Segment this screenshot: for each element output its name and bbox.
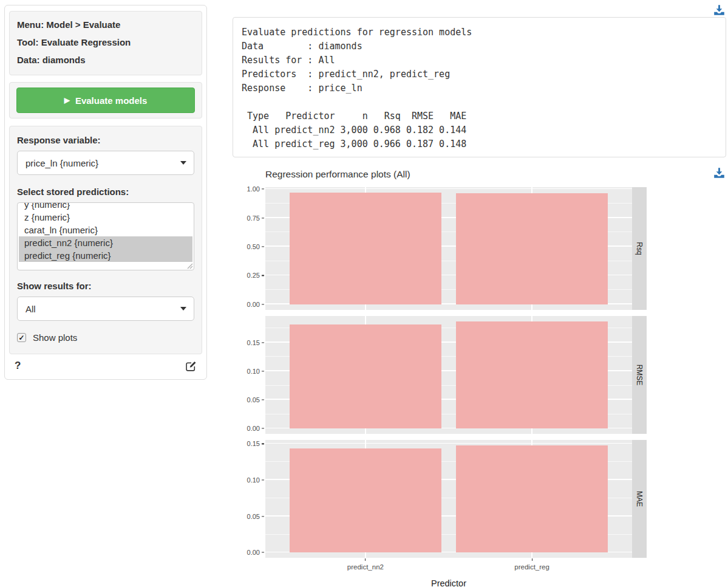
list-item[interactable]: carat_ln {numeric} [19, 224, 192, 236]
edit-report-button[interactable] [185, 360, 197, 372]
plot-panel [265, 440, 632, 558]
play-icon: ▶ [64, 97, 70, 104]
help-button[interactable]: ? [15, 360, 21, 372]
y-tick-label: 0.05 [247, 396, 260, 403]
bar [456, 193, 608, 304]
facet-strip: Rsq [632, 187, 647, 310]
summary-output: Evaluate predictions for regression mode… [233, 17, 726, 157]
list-item[interactable]: predict_nn2 {numeric} [19, 236, 192, 249]
bar [290, 324, 442, 429]
y-tick-label: 0.00 [247, 425, 260, 432]
x-tick-label: predict_nn2 [347, 563, 384, 571]
response-variable-value: price_ln {numeric} [26, 158, 98, 168]
sidebar-footer: ? [9, 354, 202, 372]
facet-row: 0.000.250.500.751.00Rsq [235, 187, 647, 310]
x-tick-mark [365, 558, 366, 561]
bar [456, 445, 608, 552]
y-tick-mark [262, 189, 264, 190]
x-tick-mark [532, 558, 532, 561]
show-plots-label: Show plots [33, 332, 77, 343]
facet-row: 0.000.050.100.15MAE [235, 440, 647, 558]
bar [290, 193, 442, 304]
y-tick-label: 0.15 [247, 440, 260, 447]
facet-row: 0.000.050.100.15RMSE [235, 316, 647, 434]
stored-predictions-label: Select stored predictions: [17, 187, 194, 197]
plot-output: Regression performance plots (All) 0.000… [235, 164, 726, 587]
y-tick-mark [262, 246, 264, 247]
y-tick-label: 0.00 [247, 549, 260, 556]
plot-panel [265, 187, 632, 310]
y-tick-mark [262, 304, 264, 304]
summary-panel: Menu: Model > Evaluate Tool: Evaluate Re… [9, 11, 202, 75]
y-tick-mark [262, 371, 264, 371]
facet-strip: MAE [632, 440, 647, 558]
y-tick-label: 0.00 [247, 301, 260, 308]
y-tick-label: 0.75 [247, 215, 260, 222]
show-results-for-value: All [26, 304, 36, 314]
y-tick-mark [262, 218, 264, 218]
chart-title: Regression performance plots (All) [265, 169, 647, 180]
y-tick-label: 0.10 [247, 476, 260, 484]
y-tick-mark [262, 479, 264, 480]
show-results-for-label: Show results for: [17, 281, 194, 291]
response-variable-select[interactable]: price_ln {numeric} [17, 151, 194, 175]
x-axis: predict_nn2predict_reg [235, 558, 647, 577]
list-item[interactable]: y {numeric} [19, 202, 192, 211]
bar [290, 448, 442, 553]
x-axis-title: Predictor [265, 578, 632, 587]
response-variable-label: Response variable: [17, 135, 194, 145]
menu-breadcrumb: Menu: Model > Evaluate [17, 19, 194, 30]
show-results-for-select[interactable]: All [17, 297, 194, 321]
y-axis: 0.000.250.500.751.00 [235, 187, 265, 310]
dataset-name: Data: diamonds [17, 55, 194, 65]
download-icon [713, 4, 725, 16]
show-plots-checkbox[interactable]: ✓ [17, 333, 26, 342]
plot-panel [265, 316, 632, 434]
y-tick-label: 0.05 [247, 513, 260, 520]
chevron-down-icon [180, 161, 186, 165]
y-tick-label: 0.25 [247, 272, 260, 279]
y-tick-mark [262, 275, 264, 276]
y-axis: 0.000.050.100.15 [235, 316, 265, 434]
main-content: Evaluate predictions for regression mode… [233, 0, 726, 587]
chevron-down-icon [180, 307, 186, 311]
sidebar: Menu: Model > Evaluate Tool: Evaluate Re… [4, 5, 207, 380]
y-axis: 0.000.050.100.15 [235, 440, 265, 558]
facet-strip-label: MAE [635, 491, 644, 507]
y-tick-mark [262, 516, 264, 517]
y-tick-label: 0.50 [247, 243, 260, 250]
y-tick-label: 0.10 [247, 368, 260, 375]
x-tick-label: predict_reg [514, 563, 549, 571]
stored-predictions-listbox[interactable]: y {numeric}z {numeric}carat_ln {numeric}… [17, 202, 194, 270]
y-tick-mark [262, 444, 264, 444]
evaluate-models-button-label: Evaluate models [75, 95, 147, 106]
facet-strip-label: RMSE [635, 365, 644, 386]
y-tick-label: 0.15 [247, 339, 260, 346]
resize-handle-icon[interactable] [187, 263, 193, 269]
regression-performance-chart: Regression performance plots (All) 0.000… [235, 169, 647, 587]
facet-strip: RMSE [632, 316, 647, 434]
y-tick-mark [262, 342, 264, 343]
download-summary-button[interactable] [713, 4, 725, 16]
list-item[interactable]: z {numeric} [19, 211, 192, 224]
tool-name: Tool: Evaluate Regression [17, 37, 194, 47]
y-tick-mark [262, 552, 264, 553]
bar [456, 321, 608, 428]
action-panel: ▶ Evaluate models [9, 82, 202, 118]
settings-panel: Response variable: price_ln {numeric} Se… [9, 126, 202, 354]
evaluate-models-button[interactable]: ▶ Evaluate models [16, 88, 195, 113]
y-tick-label: 1.00 [247, 185, 260, 193]
summary-text: Evaluate predictions for regression mode… [242, 26, 726, 151]
y-tick-mark [262, 399, 264, 400]
facet-strip-label: Rsq [635, 242, 644, 255]
y-tick-mark [262, 428, 264, 429]
pencil-square-icon [185, 360, 197, 372]
show-plots-row: ✓ Show plots [17, 332, 194, 343]
list-item[interactable]: predict_reg {numeric} [19, 249, 192, 262]
